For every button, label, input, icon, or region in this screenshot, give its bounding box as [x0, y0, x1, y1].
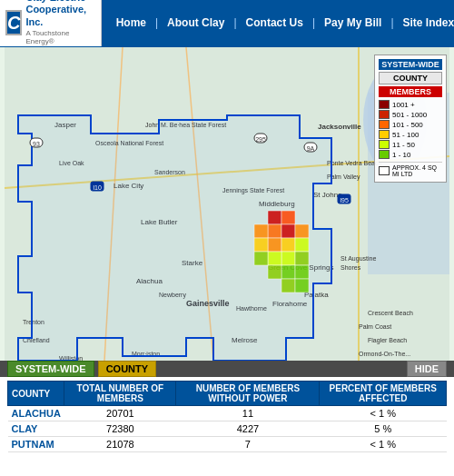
legend-county: COUNTY [379, 72, 442, 84]
navigation-bar: Home | About Clay | Contact Us | Pay My … [102, 0, 454, 46]
svg-rect-46 [295, 224, 309, 238]
logo-area: C Clay Electric Cooperative, Inc. A Touc… [0, 0, 102, 46]
legend-label-6: 1 - 10 [392, 151, 410, 159]
svg-text:I95: I95 [340, 197, 349, 203]
legend-label-5: 11 - 50 [392, 141, 415, 149]
cell-percent: < 1 % [320, 406, 447, 421]
legend-row-3: 101 - 500 [379, 120, 442, 129]
system-wide-button[interactable]: SYSTEM-WIDE [7, 361, 94, 377]
legend-row-4: 51 - 100 [379, 130, 442, 139]
legend-row-1: 1001 + [379, 100, 442, 109]
bottom-section: SYSTEM-WIDE COUNTY HIDE COUNTY TOTAL NUM… [0, 361, 454, 451]
svg-rect-41 [268, 211, 281, 224]
svg-text:Jacksonville: Jacksonville [318, 123, 361, 131]
svg-rect-48 [281, 238, 295, 252]
svg-rect-50 [295, 238, 309, 252]
svg-text:St Johns: St Johns [313, 191, 341, 199]
legend-color-1 [379, 100, 390, 109]
legend-label-3: 101 - 500 [392, 121, 423, 129]
svg-rect-51 [281, 252, 295, 265]
cell-percent: 5 % [320, 421, 447, 437]
nav-home[interactable]: Home [109, 13, 153, 33]
nav-site-index[interactable]: Site Index [396, 13, 454, 33]
svg-text:Flagler Beach: Flagler Beach [368, 337, 407, 344]
svg-rect-58 [281, 279, 295, 293]
cell-without: 7 [176, 437, 320, 452]
svg-text:I10: I10 [93, 184, 102, 191]
svg-text:295: 295 [255, 136, 266, 143]
svg-rect-59 [295, 279, 309, 293]
nav-about-clay[interactable]: About Clay [160, 13, 232, 33]
table-row: PUTNAM 21078 7 < 1 % [8, 437, 447, 452]
table-row: CLAY 72380 4227 5 % [8, 421, 447, 437]
cell-total: 21078 [64, 437, 176, 452]
legend-color-5 [379, 140, 390, 149]
nav-pay-bill[interactable]: Pay My Bill [317, 13, 389, 33]
cell-without: 11 [176, 406, 320, 421]
svg-rect-55 [281, 265, 295, 279]
svg-text:9A: 9A [307, 145, 315, 152]
legend-label-approx: APPROX. 4 SQ MI LTD [392, 164, 442, 177]
cell-county: ALACHUA [8, 406, 64, 421]
svg-text:St Augustine: St Augustine [340, 255, 376, 263]
svg-rect-56 [295, 265, 309, 279]
county-button[interactable]: COUNTY [98, 361, 156, 377]
legend-label-2: 501 - 1000 [392, 111, 427, 119]
legend-row-2: 501 - 1000 [379, 110, 442, 119]
page-header: C Clay Electric Cooperative, Inc. A Touc… [0, 0, 454, 47]
svg-text:Ormond-On-The...: Ormond-On-The... [359, 351, 410, 357]
legend-row-6: 1 - 10 [379, 150, 442, 159]
svg-rect-47 [268, 238, 281, 252]
svg-rect-49 [254, 238, 268, 252]
svg-rect-43 [268, 224, 281, 238]
legend-system-wide: SYSTEM-WIDE [379, 59, 442, 70]
col-header-without: NUMBER OF MEMBERS WITHOUT POWER [176, 382, 320, 406]
legend-color-approx [379, 166, 390, 175]
svg-rect-57 [268, 265, 281, 279]
cell-total: 72380 [64, 421, 176, 437]
svg-rect-42 [281, 211, 295, 224]
cell-county: PUTNAM [8, 437, 64, 452]
legend-row-approx: APPROX. 4 SQ MI LTD [379, 162, 442, 177]
logo-title: Clay Electric Cooperative, Inc. [25, 0, 94, 28]
svg-rect-45 [254, 224, 268, 238]
col-header-total: TOTAL NUMBER OF MEMBERS [64, 382, 176, 406]
legend-members: MEMBERS [379, 86, 442, 97]
svg-rect-44 [281, 224, 295, 238]
table-row: ALACHUA 20701 11 < 1 % [8, 406, 447, 421]
svg-text:Shores: Shores [340, 264, 361, 271]
legend-row-5: 11 - 50 [379, 140, 442, 149]
toolbar: SYSTEM-WIDE COUNTY HIDE [0, 361, 454, 377]
svg-rect-52 [268, 252, 281, 265]
legend-color-3 [379, 120, 390, 129]
svg-text:Crescent Beach: Crescent Beach [368, 310, 413, 316]
legend-color-4 [379, 130, 390, 139]
legend-label-4: 51 - 100 [392, 131, 419, 139]
cell-total: 20701 [64, 406, 176, 421]
hide-button[interactable]: HIDE [407, 361, 447, 377]
svg-rect-53 [254, 252, 268, 265]
col-header-percent: PERCENT OF MEMBERS AFFECTED [320, 382, 447, 406]
logo-icon: C [5, 10, 22, 35]
col-header-county: COUNTY [8, 382, 64, 406]
outage-table: COUNTY TOTAL NUMBER OF MEMBERS NUMBER OF… [7, 381, 447, 452]
map-legend: SYSTEM-WIDE COUNTY MEMBERS 1001 + 501 - … [374, 55, 447, 183]
svg-text:93: 93 [33, 141, 40, 147]
legend-label-1: 1001 + [392, 101, 415, 109]
data-table-area: COUNTY TOTAL NUMBER OF MEMBERS NUMBER OF… [0, 377, 454, 456]
cell-county: CLAY [8, 421, 64, 437]
cell-percent: < 1 % [320, 437, 447, 452]
map-container: Jasper John M. Be·hea State Forest Jacks… [0, 47, 454, 361]
legend-color-2 [379, 110, 390, 119]
cell-without: 4227 [176, 421, 320, 437]
nav-contact-us[interactable]: Contact Us [239, 13, 311, 33]
svg-text:Palm Coast: Palm Coast [359, 323, 391, 330]
svg-rect-54 [295, 252, 309, 265]
legend-color-6 [379, 150, 390, 159]
